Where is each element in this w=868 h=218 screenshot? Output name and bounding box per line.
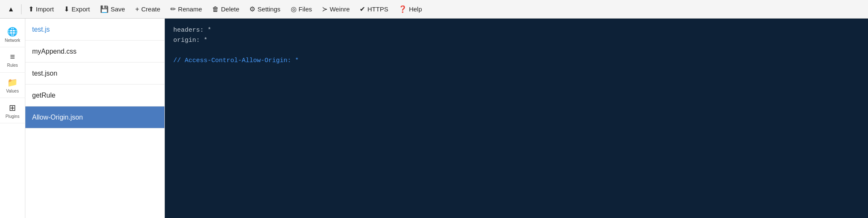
- sidebar-item-plugins[interactable]: ⊞ Plugins: [0, 98, 25, 123]
- sidebar-values-label: Values: [6, 89, 19, 93]
- toolbar-divider-1: [21, 4, 22, 14]
- save-button[interactable]: 💾 Save: [96, 3, 129, 15]
- collapse-button[interactable]: ▲: [3, 4, 19, 15]
- files-label: Files: [299, 5, 312, 13]
- network-icon: 🌐: [7, 27, 18, 37]
- file-item-test-js[interactable]: test.js: [25, 19, 164, 41]
- main-layout: 🌐 Network ≡ Rules 📁 Values ⊞ Plugins tes…: [0, 19, 868, 218]
- rename-icon: ✏: [170, 5, 176, 13]
- file-item-myAppend-css[interactable]: myAppend.css: [25, 41, 164, 63]
- sidebar-plugins-label: Plugins: [5, 114, 19, 119]
- values-icon: 📁: [7, 77, 18, 87]
- file-item-getRule[interactable]: getRule: [25, 84, 164, 106]
- file-name: myAppend.css: [32, 48, 76, 55]
- create-label: Create: [141, 5, 160, 13]
- sidebar: 🌐 Network ≡ Rules 📁 Values ⊞ Plugins: [0, 19, 25, 218]
- export-button[interactable]: ⬇ Export: [60, 3, 94, 15]
- weinre-button[interactable]: ≻ Weinre: [318, 3, 354, 15]
- editor-line: // Access-Control-Allow-Origin: *: [173, 56, 860, 66]
- save-icon: 💾: [100, 5, 109, 13]
- rules-icon: ≡: [10, 52, 15, 62]
- plugins-icon: ⊞: [9, 103, 16, 113]
- create-icon: +: [135, 5, 139, 13]
- editor-line: [173, 46, 860, 56]
- https-icon: ✔: [360, 5, 365, 13]
- sidebar-item-values[interactable]: 📁 Values: [0, 73, 25, 98]
- import-label: Import: [36, 5, 54, 13]
- import-button[interactable]: ⬆ Import: [24, 3, 58, 15]
- sidebar-item-rules[interactable]: ≡ Rules: [0, 47, 25, 73]
- files-icon: ◎: [291, 5, 297, 13]
- save-label: Save: [111, 5, 125, 13]
- file-name: Allow-Origin.json: [32, 114, 83, 121]
- weinre-icon: ≻: [322, 5, 328, 13]
- help-label: Help: [409, 5, 422, 13]
- delete-icon: 🗑: [212, 5, 219, 13]
- export-icon: ⬇: [64, 5, 69, 13]
- editor-line: headers: *: [173, 25, 860, 35]
- help-button[interactable]: ❓ Help: [394, 3, 426, 15]
- delete-button[interactable]: 🗑 Delete: [208, 4, 243, 15]
- sidebar-rules-label: Rules: [7, 63, 18, 68]
- settings-label: Settings: [257, 5, 280, 13]
- rename-button[interactable]: ✏ Rename: [166, 3, 206, 15]
- https-label: HTTPS: [367, 5, 388, 13]
- file-item-allow-origin-json[interactable]: Allow-Origin.json: [25, 106, 164, 128]
- toolbar: ▲ ⬆ Import ⬇ Export 💾 Save + Create ✏ Re…: [0, 0, 868, 19]
- file-name: test.json: [32, 70, 57, 77]
- settings-button[interactable]: ⚙ Settings: [245, 3, 284, 15]
- collapse-icon: ▲: [8, 5, 14, 13]
- rename-label: Rename: [178, 5, 202, 13]
- file-list: test.jsmyAppend.csstest.jsongetRuleAllow…: [25, 19, 165, 218]
- weinre-label: Weinre: [330, 5, 349, 13]
- files-button[interactable]: ◎ Files: [287, 3, 317, 15]
- file-item-test-json[interactable]: test.json: [25, 63, 164, 84]
- create-button[interactable]: + Create: [131, 4, 164, 15]
- file-name: getRule: [32, 92, 55, 99]
- settings-icon: ⚙: [249, 5, 255, 13]
- help-icon: ❓: [399, 5, 407, 13]
- export-label: Export: [71, 5, 90, 13]
- editor[interactable]: headers: *origin: * // Access-Control-Al…: [165, 19, 868, 218]
- delete-label: Delete: [221, 5, 239, 13]
- file-name: test.js: [32, 26, 50, 33]
- https-button[interactable]: ✔ HTTPS: [355, 3, 392, 15]
- import-icon: ⬆: [28, 5, 34, 13]
- editor-line: origin: *: [173, 35, 860, 46]
- sidebar-item-network[interactable]: 🌐 Network: [0, 22, 25, 47]
- sidebar-network-label: Network: [5, 38, 20, 43]
